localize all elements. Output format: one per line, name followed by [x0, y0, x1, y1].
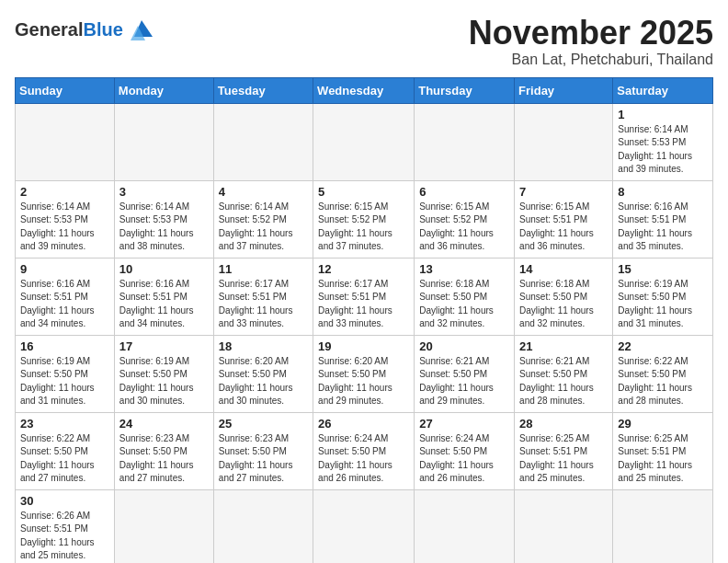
calendar-cell [613, 489, 713, 563]
weekday-header-sunday: Sunday [16, 77, 115, 103]
day-info: Sunrise: 6:18 AM Sunset: 5:50 PM Dayligh… [519, 278, 608, 331]
day-info: Sunrise: 6:14 AM Sunset: 5:53 PM Dayligh… [119, 201, 209, 254]
day-info: Sunrise: 6:14 AM Sunset: 5:53 PM Dayligh… [618, 123, 708, 177]
day-number: 26 [318, 417, 409, 431]
calendar-cell: 10Sunrise: 6:16 AM Sunset: 5:51 PM Dayli… [114, 258, 213, 335]
day-number: 18 [219, 339, 308, 353]
calendar-cell [114, 489, 213, 563]
calendar-cell: 1Sunrise: 6:14 AM Sunset: 5:53 PM Daylig… [613, 103, 713, 180]
calendar-cell: 4Sunrise: 6:14 AM Sunset: 5:52 PM Daylig… [213, 180, 313, 258]
day-info: Sunrise: 6:16 AM Sunset: 5:51 PM Dayligh… [618, 201, 708, 254]
calendar-cell: 14Sunrise: 6:18 AM Sunset: 5:50 PM Dayli… [515, 258, 613, 335]
calendar-cell [515, 489, 613, 563]
calendar-cell: 17Sunrise: 6:19 AM Sunset: 5:50 PM Dayli… [114, 335, 213, 412]
day-info: Sunrise: 6:18 AM Sunset: 5:50 PM Dayligh… [419, 278, 509, 331]
calendar-week-row: 1Sunrise: 6:14 AM Sunset: 5:53 PM Daylig… [16, 103, 713, 180]
calendar-week-row: 23Sunrise: 6:22 AM Sunset: 5:50 PM Dayli… [16, 412, 713, 489]
day-number: 22 [618, 339, 708, 353]
day-info: Sunrise: 6:14 AM Sunset: 5:53 PM Dayligh… [20, 201, 109, 254]
day-number: 27 [419, 417, 509, 431]
day-info: Sunrise: 6:15 AM Sunset: 5:52 PM Dayligh… [419, 201, 509, 254]
day-number: 20 [419, 339, 509, 353]
logo-blue-text: Blue [83, 19, 122, 40]
calendar-cell: 22Sunrise: 6:22 AM Sunset: 5:50 PM Dayli… [613, 335, 713, 412]
calendar-cell: 20Sunrise: 6:21 AM Sunset: 5:50 PM Dayli… [415, 335, 515, 412]
calendar-cell: 5Sunrise: 6:15 AM Sunset: 5:52 PM Daylig… [313, 180, 415, 258]
day-number: 9 [20, 262, 109, 276]
calendar-cell: 24Sunrise: 6:23 AM Sunset: 5:50 PM Dayli… [114, 412, 213, 489]
day-info: Sunrise: 6:21 AM Sunset: 5:50 PM Dayligh… [419, 355, 509, 408]
calendar-cell: 2Sunrise: 6:14 AM Sunset: 5:53 PM Daylig… [16, 180, 115, 258]
title-area: November 2025 Ban Lat, Phetchaburi, Thai… [469, 15, 713, 68]
day-number: 13 [419, 262, 509, 276]
day-number: 11 [219, 262, 308, 276]
day-info: Sunrise: 6:23 AM Sunset: 5:50 PM Dayligh… [119, 432, 209, 486]
location-title: Ban Lat, Phetchaburi, Thailand [469, 52, 713, 68]
weekday-header-tuesday: Tuesday [213, 77, 313, 103]
calendar-cell [313, 489, 415, 563]
calendar-week-row: 30Sunrise: 6:26 AM Sunset: 5:51 PM Dayli… [16, 489, 713, 563]
calendar-cell [415, 103, 515, 180]
day-info: Sunrise: 6:21 AM Sunset: 5:50 PM Dayligh… [519, 355, 608, 408]
calendar-cell [415, 489, 515, 563]
day-number: 25 [219, 417, 308, 431]
day-number: 16 [20, 339, 109, 353]
calendar-cell [515, 103, 613, 180]
day-number: 15 [618, 262, 708, 276]
day-info: Sunrise: 6:25 AM Sunset: 5:51 PM Dayligh… [519, 432, 608, 486]
day-info: Sunrise: 6:26 AM Sunset: 5:51 PM Dayligh… [20, 510, 109, 563]
month-title: November 2025 [469, 15, 713, 52]
calendar-cell: 8Sunrise: 6:16 AM Sunset: 5:51 PM Daylig… [613, 180, 713, 258]
calendar-cell [313, 103, 415, 180]
day-number: 30 [20, 494, 109, 508]
logo-area: General Blue [15, 15, 156, 44]
day-number: 7 [519, 185, 608, 199]
calendar-cell: 15Sunrise: 6:19 AM Sunset: 5:50 PM Dayli… [613, 258, 713, 335]
calendar-table: SundayMondayTuesdayWednesdayThursdayFrid… [15, 77, 713, 563]
day-info: Sunrise: 6:24 AM Sunset: 5:50 PM Dayligh… [419, 432, 509, 486]
calendar-cell [213, 103, 313, 180]
day-number: 23 [20, 417, 109, 431]
day-number: 10 [119, 262, 209, 276]
calendar-cell [213, 489, 313, 563]
weekday-header-row: SundayMondayTuesdayWednesdayThursdayFrid… [16, 77, 713, 103]
calendar-cell: 3Sunrise: 6:14 AM Sunset: 5:53 PM Daylig… [114, 180, 213, 258]
calendar-cell: 19Sunrise: 6:20 AM Sunset: 5:50 PM Dayli… [313, 335, 415, 412]
day-number: 5 [318, 185, 409, 199]
day-number: 3 [119, 185, 209, 199]
calendar-cell: 18Sunrise: 6:20 AM Sunset: 5:50 PM Dayli… [213, 335, 313, 412]
weekday-header-thursday: Thursday [415, 77, 515, 103]
day-number: 1 [618, 108, 708, 121]
calendar-cell: 27Sunrise: 6:24 AM Sunset: 5:50 PM Dayli… [415, 412, 515, 489]
weekday-header-friday: Friday [515, 77, 613, 103]
calendar-cell: 12Sunrise: 6:17 AM Sunset: 5:51 PM Dayli… [313, 258, 415, 335]
calendar-week-row: 16Sunrise: 6:19 AM Sunset: 5:50 PM Dayli… [16, 335, 713, 412]
day-info: Sunrise: 6:15 AM Sunset: 5:51 PM Dayligh… [519, 201, 608, 254]
calendar-cell: 9Sunrise: 6:16 AM Sunset: 5:51 PM Daylig… [16, 258, 115, 335]
calendar-cell: 7Sunrise: 6:15 AM Sunset: 5:51 PM Daylig… [515, 180, 613, 258]
day-number: 14 [519, 262, 608, 276]
calendar-cell: 13Sunrise: 6:18 AM Sunset: 5:50 PM Dayli… [415, 258, 515, 335]
calendar-cell: 28Sunrise: 6:25 AM Sunset: 5:51 PM Dayli… [515, 412, 613, 489]
day-info: Sunrise: 6:19 AM Sunset: 5:50 PM Dayligh… [20, 355, 109, 408]
weekday-header-saturday: Saturday [613, 77, 713, 103]
day-number: 12 [318, 262, 409, 276]
day-info: Sunrise: 6:23 AM Sunset: 5:50 PM Dayligh… [219, 432, 308, 486]
calendar-cell: 6Sunrise: 6:15 AM Sunset: 5:52 PM Daylig… [415, 180, 515, 258]
calendar-cell: 29Sunrise: 6:25 AM Sunset: 5:51 PM Dayli… [613, 412, 713, 489]
calendar-cell: 25Sunrise: 6:23 AM Sunset: 5:50 PM Dayli… [213, 412, 313, 489]
day-info: Sunrise: 6:15 AM Sunset: 5:52 PM Dayligh… [318, 201, 409, 254]
day-info: Sunrise: 6:25 AM Sunset: 5:51 PM Dayligh… [618, 432, 708, 486]
day-info: Sunrise: 6:16 AM Sunset: 5:51 PM Dayligh… [20, 278, 109, 331]
logo-general-text: General [15, 19, 83, 40]
day-number: 2 [20, 185, 109, 199]
calendar-cell: 16Sunrise: 6:19 AM Sunset: 5:50 PM Dayli… [16, 335, 115, 412]
calendar-week-row: 2Sunrise: 6:14 AM Sunset: 5:53 PM Daylig… [16, 180, 713, 258]
weekday-header-wednesday: Wednesday [313, 77, 415, 103]
day-info: Sunrise: 6:19 AM Sunset: 5:50 PM Dayligh… [119, 355, 209, 408]
day-info: Sunrise: 6:20 AM Sunset: 5:50 PM Dayligh… [219, 355, 308, 408]
calendar-cell [114, 103, 213, 180]
day-number: 29 [618, 417, 708, 431]
day-number: 17 [119, 339, 209, 353]
day-info: Sunrise: 6:16 AM Sunset: 5:51 PM Dayligh… [119, 278, 209, 331]
